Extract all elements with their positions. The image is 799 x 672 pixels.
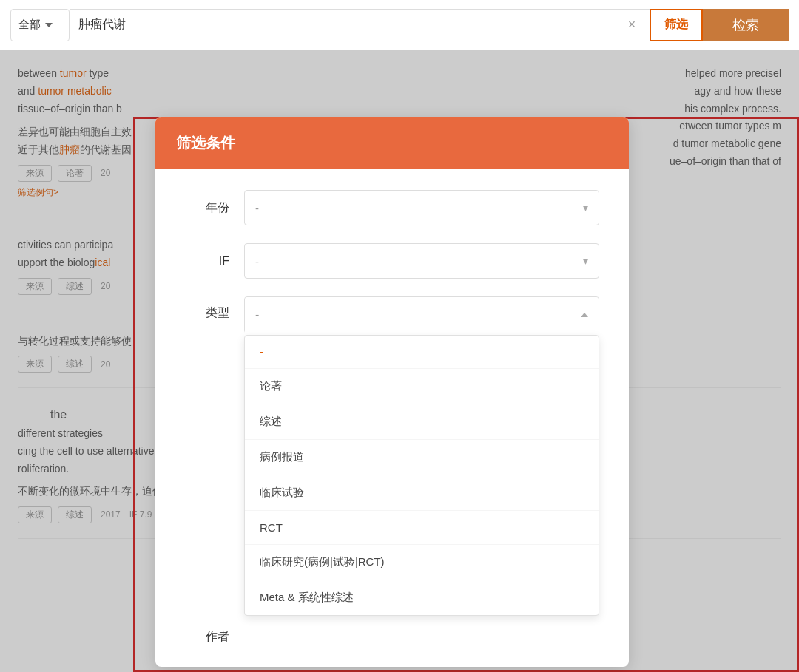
year-row: 年份 - ▾ xyxy=(185,190,599,225)
dropdown-item-dash[interactable]: - xyxy=(245,336,599,369)
year-label: 年份 xyxy=(185,200,229,216)
dropdown-item-zongshu[interactable]: 综述 xyxy=(245,404,599,440)
category-select[interactable]: 全部 xyxy=(10,9,70,41)
dropdown-item-rct[interactable]: RCT xyxy=(245,511,599,545)
modal-header: 筛选条件 xyxy=(155,117,629,169)
filter-modal: 筛选条件 年份 - ▾ IF - ▾ 类型 xyxy=(155,117,629,667)
type-current-value: - xyxy=(255,308,259,322)
if-value: - xyxy=(255,255,259,268)
modal-title: 筛选条件 xyxy=(176,135,235,151)
if-label: IF xyxy=(185,254,229,268)
type-chevron-up-icon xyxy=(581,313,588,317)
search-input-wrapper: × xyxy=(70,9,650,41)
category-label: 全部 xyxy=(18,18,41,32)
modal-body: 年份 - ▾ IF - ▾ 类型 xyxy=(155,169,629,667)
search-button[interactable]: 检索 xyxy=(703,9,789,41)
dropdown-item-clinical-research[interactable]: 临床研究(病例|试验|RCT) xyxy=(245,545,599,580)
year-select[interactable]: - ▾ xyxy=(244,190,599,225)
dropdown-item-clinical[interactable]: 临床试验 xyxy=(245,475,599,511)
chevron-down-icon xyxy=(45,23,53,27)
filter-button[interactable]: 筛选 xyxy=(650,9,703,41)
type-dropdown-list: - 论著 综述 病例报道 临床试验 RCT 临床研究(病例|试验|RCT) Me… xyxy=(244,335,599,616)
author-row: 作者 xyxy=(185,628,599,645)
dropdown-item-case[interactable]: 病例报道 xyxy=(245,440,599,475)
content-area: between tumor type and tumor metabolic t… xyxy=(0,50,799,672)
if-chevron-icon: ▾ xyxy=(583,255,588,267)
search-input[interactable] xyxy=(78,18,623,32)
dropdown-item-meta[interactable]: Meta & 系统性综述 xyxy=(245,580,599,615)
search-bar: 全部 × 筛选 检索 xyxy=(0,0,799,50)
type-label: 类型 xyxy=(185,296,229,321)
type-row: 类型 - - 论著 综述 病例报道 临床试验 xyxy=(185,296,599,616)
year-value: - xyxy=(255,202,259,214)
clear-button[interactable]: × xyxy=(623,16,641,34)
year-chevron-icon: ▾ xyxy=(583,202,588,214)
dropdown-item-lunzhu[interactable]: 论著 xyxy=(245,369,599,404)
if-row: IF - ▾ xyxy=(185,243,599,279)
if-select[interactable]: - ▾ xyxy=(244,243,599,279)
type-select-top[interactable]: - xyxy=(245,297,599,333)
type-select-container: - - 论著 综述 病例报道 临床试验 RCT 临床研究(病例|试验|RCT) … xyxy=(244,296,599,616)
type-select-open[interactable]: - xyxy=(244,296,599,333)
author-label: 作者 xyxy=(185,628,229,645)
